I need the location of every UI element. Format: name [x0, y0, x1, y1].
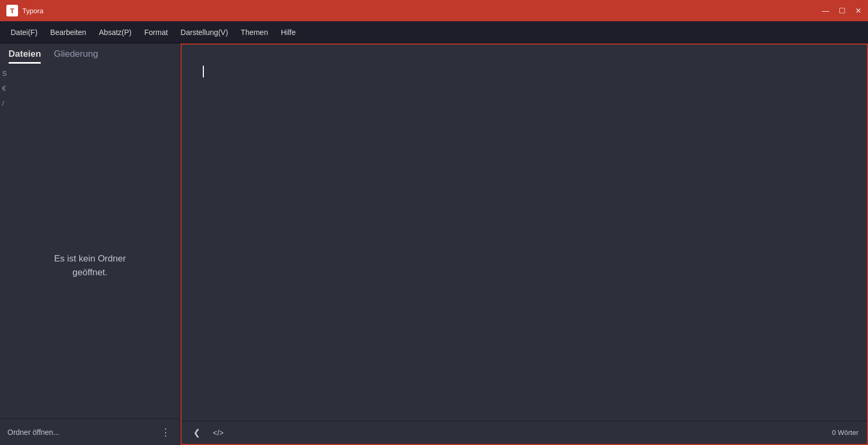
minimize-button[interactable]: — [822, 7, 829, 14]
no-folder-message: Es ist kein Ordnergeöffnet. [54, 252, 126, 279]
close-button[interactable]: ✕ [855, 7, 862, 14]
word-count-label: 0 Wörter [832, 429, 858, 437]
menu-absatz[interactable]: Absatz(P) [92, 25, 137, 40]
window-controls: — ☐ ✕ [822, 7, 862, 14]
list-item: / [0, 95, 180, 110]
list-item: S [0, 66, 180, 81]
editor-cursor [203, 66, 204, 77]
sidebar: Dateien Gliederung S € / Es ist kein Ord… [0, 43, 181, 445]
partial-text-3: / [2, 99, 6, 107]
sidebar-empty-state: Es ist kein Ordnergeöffnet. [0, 112, 180, 418]
menu-themen[interactable]: Themen [235, 25, 274, 40]
app-logo: T [6, 5, 18, 16]
prev-button[interactable]: ❮ [190, 425, 203, 440]
menu-darstellung[interactable]: Darstellung(V) [174, 25, 234, 40]
sidebar-footer: Ordner öffnen... ⋮ [0, 418, 180, 445]
title-bar: T Typora — ☐ ✕ [0, 0, 868, 21]
tab-dateien[interactable]: Dateien [8, 49, 41, 64]
sidebar-file-list-partial: S € / [0, 64, 180, 112]
app-title: Typora [22, 7, 44, 15]
menu-format[interactable]: Format [138, 25, 174, 40]
editor-content[interactable] [182, 45, 867, 421]
open-folder-button[interactable]: Ordner öffnen... [7, 428, 154, 437]
source-mode-button[interactable]: </> [210, 426, 227, 439]
partial-text-2: € [2, 84, 6, 92]
menu-hilfe[interactable]: Hilfe [274, 25, 302, 40]
sidebar-tabs: Dateien Gliederung [0, 43, 180, 64]
partial-text-1: S [2, 69, 6, 77]
editor-area[interactable]: ❮ </> 0 Wörter [181, 43, 868, 445]
more-options-button[interactable]: ⋮ [159, 424, 173, 440]
menu-bar: Datei(F) Bearbeiten Absatz(P) Format Dar… [0, 21, 868, 43]
menu-datei[interactable]: Datei(F) [4, 25, 44, 40]
main-content: Dateien Gliederung S € / Es ist kein Ord… [0, 43, 868, 445]
tab-gliederung[interactable]: Gliederung [54, 49, 98, 64]
menu-bearbeiten[interactable]: Bearbeiten [44, 25, 93, 40]
list-item: € [0, 81, 180, 95]
maximize-button[interactable]: ☐ [839, 7, 846, 14]
editor-footer: ❮ </> 0 Wörter [182, 421, 867, 444]
